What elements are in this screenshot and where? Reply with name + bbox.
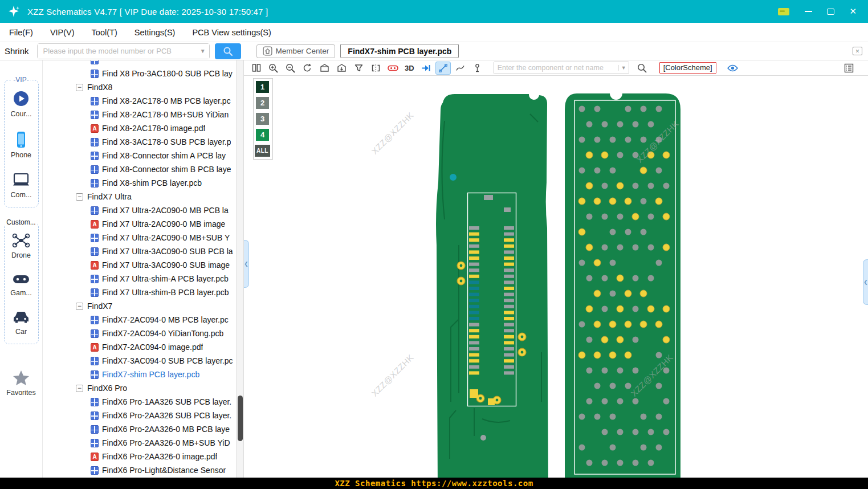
member-center-button[interactable]: Member Center [256,44,336,58]
tree-file-row[interactable]: Find X8-2AC178-0 MB PCB layer.pc [43,94,243,108]
sidebar-item-car[interactable]: Car [6,309,37,336]
sidebar-item-course[interactable]: Cour... [6,89,37,118]
menu-item-tool[interactable]: Tool(T) [92,28,117,37]
layer-button-3[interactable]: 3 [256,113,269,125]
pcb-file-icon [91,138,99,146]
tree-file-row[interactable]: Find X7 Ultra-3AC090-0 SUB PCB la [43,244,243,258]
tree-file-row[interactable]: FindX7-shim PCB layer.pcb [43,368,243,381]
tree-file-row[interactable]: FindX6 Pro-2AA326-0 MB PCB laye [43,422,243,436]
tree-group-row[interactable]: −FindX7 Ultra [43,190,243,203]
layer-button-1[interactable]: 1 [256,81,269,93]
tree-file-row[interactable]: AFindX6 Pro-2AA326-0 image.pdf [43,450,243,463]
tree-item-label: FindX7-shim PCB layer.pcb [102,370,199,379]
collapse-minus-icon[interactable]: − [76,193,83,201]
sidebar-item-game[interactable]: Gam... [6,272,37,297]
pdf-file-icon: A [91,220,99,229]
tree-item-label: FindX7-2AC094-0 MB PCB layer.pc [102,315,229,324]
tree-group-row[interactable]: −FindX7 [43,299,243,313]
tree-file-row[interactable]: Find X8-2AC178-0 MB+SUB YiDian [43,108,243,121]
layers-panel-button[interactable] [841,62,857,75]
sidebar-item-phone[interactable]: Phone [6,131,37,159]
layer-button-2[interactable]: 2 [256,97,269,109]
visibility-eye-icon[interactable] [725,62,740,75]
collapse-minus-icon[interactable]: − [76,385,83,392]
sidebar-item-drone[interactable]: Drone [6,232,37,259]
menu-item-vip[interactable]: VIP(V) [50,28,75,37]
tree-file-row[interactable]: Find X7 Ultra-shim-B PCB layer.pcb [43,286,243,299]
minimize-button[interactable] [805,11,812,12]
tree-file-row[interactable]: FindX6 Pro-2AA326 SUB PCB layer. [43,409,243,422]
sidebar-item-favorites[interactable]: Favorites [0,369,42,397]
tree-scrollbar-thumb[interactable] [238,396,243,441]
custom-section-title: Custom... [5,218,37,226]
tree-file-row[interactable]: Find X8 Pro-3AC180-0 SUB PCB lay [43,67,243,80]
menu-item-settings[interactable]: Settings(S) [135,28,176,37]
model-search-button[interactable] [215,43,241,59]
tree-file-row[interactable]: Find X7 Ultra-shim-A PCB layer.pcb [43,272,243,286]
model-search-input[interactable] [38,44,209,59]
tree-file-row[interactable]: Find X8-Connector shim A PCB lay [43,149,243,162]
tree-file-row[interactable]: Find X7 Ultra-2AC090-0 MB+SUB Y [43,231,243,244]
document-tab[interactable]: FindX7-shim PCB layer.pcb [340,44,459,58]
tree-scrollbar[interactable] [236,60,243,478]
menu-item-pcb-view-settings[interactable]: PCB View settings(S) [192,28,271,37]
tree-file-row[interactable]: AFind X8-2AC178-0 image.pdf [43,121,243,135]
membership-card-icon[interactable] [777,7,790,17]
pcb-file-icon [91,439,99,447]
component-combo-caret-icon[interactable]: ▼ [618,65,626,71]
refresh-view-button[interactable] [300,62,315,75]
tree-group-row[interactable]: −FindX6 Pro [43,381,243,395]
measure-tool-button[interactable] [435,62,451,75]
zoom-in-button[interactable] [266,62,281,75]
combo-caret-icon[interactable]: ▼ [200,48,206,54]
close-panel-icon[interactable]: ✕ [853,47,862,55]
tree-file-row[interactable]: Find X8-3AC178-0 SUB PCB layer.p [43,135,243,149]
tree-file-row[interactable]: FindX7-2AC094-0 YiDianTong.pcb [43,327,243,340]
tree-file-row[interactable] [43,60,243,67]
board-bottom-view-button[interactable] [334,62,349,75]
pcb-canvas[interactable]: 1234ALL XZZ@XZZHK XZZ@XZZHK XZZ@XZZHK XZ… [244,76,868,478]
collapse-minus-icon[interactable]: − [76,303,83,310]
menubar: File(F)VIP(V)Tool(T)Settings(S)PCB View … [0,23,868,42]
zoom-out-button[interactable] [283,62,298,75]
board-top-view-button[interactable] [317,62,332,75]
tree-file-row[interactable]: Find X7 Ultra-2AC090-0 MB PCB la [43,203,243,217]
3d-view-button[interactable]: 3D [402,64,417,72]
probe-tool-button[interactable] [470,62,485,75]
tree-file-row[interactable]: FindX7-3AC094-0 SUB PCB layer.pc [43,354,243,368]
expand-panel-handle[interactable]: ❮ [863,259,868,305]
mirror-flip-button[interactable] [368,62,384,75]
tree-file-row[interactable]: FindX6 Pro-1AA326 SUB PCB layer. [43,395,243,409]
collapse-minus-icon[interactable]: − [76,84,83,91]
split-view-button[interactable] [248,62,264,75]
tree-file-row[interactable]: AFind X7 Ultra-3AC090-0 SUB image [43,258,243,272]
sidebar-item-computer[interactable]: Com... [6,172,37,199]
pcb-boards-view [244,76,868,478]
colorscheme-button[interactable]: [ColorScheme] [659,62,716,74]
content: -VIP- Cour... Phone [0,60,868,478]
shrink-button[interactable]: Shrink [5,46,29,56]
tree-file-row[interactable]: FindX7-2AC094-0 MB PCB layer.pc [43,313,243,327]
component-search-combo[interactable]: ▼ [494,62,629,74]
jump-to-button[interactable] [418,62,434,75]
layer-button-all[interactable]: ALL [255,145,270,157]
tree-file-row[interactable]: Find X8-shim PCB layer.pcb [43,176,243,190]
close-button[interactable]: ✕ [849,6,857,17]
tree-file-row[interactable]: FindX6 Pro-2AA326-0 MB+SUB YiD [43,436,243,450]
tree-file-row[interactable]: AFind X7 Ultra-2AC090-0 MB image [43,217,243,231]
layer-button-4[interactable]: 4 [256,129,269,141]
board-silkscreen-toggle-button[interactable] [385,62,401,75]
tree-item-label: Find X8-2AC178-0 image.pdf [102,124,205,133]
model-search-combo[interactable]: ▼ [37,43,210,59]
component-search-button[interactable] [634,62,650,75]
curve-tool-button[interactable] [453,62,468,75]
menu-item-file[interactable]: File(F) [9,28,33,37]
tree-file-row[interactable]: FindX6 Pro-Light&Distance Sensor [43,463,243,477]
tree-group-row[interactable]: −FindX8 [43,80,243,94]
maximize-button[interactable] [827,9,834,15]
tree-file-row[interactable]: Find X8-Connector shim B PCB laye [43,162,243,176]
component-search-input[interactable] [494,62,629,74]
collapse-tree-handle[interactable]: ❮ [244,240,249,288]
tree-file-row[interactable]: AFindX7-2AC094-0 image.pdf [43,340,243,354]
fill-tool-button[interactable] [351,62,366,75]
